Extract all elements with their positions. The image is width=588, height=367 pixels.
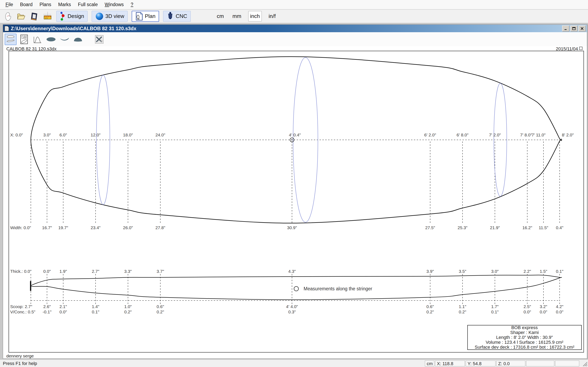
status-empty: [555, 360, 579, 366]
maximize-button[interactable]: [570, 25, 578, 32]
plan-view-canvas[interactable]: X: 0.0"3.0"6.0"12.0"18.0"24.0"4' 0.4"6' …: [9, 51, 584, 352]
measurement-label: 24.0": [155, 133, 165, 137]
view-strip-toolbar: [3, 33, 587, 46]
close-button[interactable]: [579, 25, 586, 32]
date-checkbox[interactable]: [579, 47, 582, 50]
unit-inch[interactable]: inch: [248, 11, 262, 21]
measurement-label: 0.1": [92, 309, 99, 314]
stringer-radio: [294, 286, 298, 291]
window-title: Z:\Users\dennery\Downloads\CALBOB 82 31 …: [11, 26, 136, 31]
menu-item[interactable]: Board: [17, 2, 36, 7]
status-unit: cm: [425, 360, 434, 366]
measurement-label: 0.0": [540, 309, 547, 314]
measurement-label: X: 0.0": [10, 133, 23, 137]
measurement-label: 26.0": [123, 225, 133, 230]
document-icon: [4, 26, 9, 31]
measurement-sheet-icon[interactable]: [18, 34, 30, 45]
filled-slice-icon[interactable]: [72, 34, 84, 45]
filled-outline-icon[interactable]: [45, 34, 57, 45]
save-icon[interactable]: [30, 11, 39, 21]
menu-item[interactable]: File: [2, 2, 17, 7]
hand-icon[interactable]: [4, 11, 13, 21]
filled-rocker-icon[interactable]: [59, 34, 70, 45]
measurement-label: 1.4": [92, 304, 99, 309]
menu-item[interactable]: Plans: [36, 2, 55, 7]
measurement-label: Thick.: 0.0": [10, 269, 31, 274]
measurement-label: 21.9": [490, 225, 500, 230]
measurement-label: 7' 2.0": [489, 133, 501, 137]
status-y: Y: 54.8: [466, 360, 495, 366]
measurement-label: 0.6": [156, 304, 164, 309]
menu-item[interactable]: Marks: [55, 2, 75, 7]
measurement-label: 2.1": [60, 304, 67, 309]
3d-view-button[interactable]: 3D view: [92, 11, 128, 22]
measurement-label: 19.7": [58, 225, 68, 230]
measurement-label: 0.2": [156, 309, 164, 314]
ruler-icon[interactable]: 1 0: [43, 11, 52, 21]
measurement-label: 30.9": [287, 225, 297, 230]
measurement-label: 3.0": [491, 269, 499, 274]
measurement-label: 3.9": [426, 269, 434, 274]
application: File Board Plans Marks Full scale Window…: [0, 0, 588, 367]
measurement-label: 4.3": [288, 269, 296, 274]
measurement-label: 1.0": [124, 304, 132, 309]
measurement-label: -0.1": [43, 309, 52, 314]
measurement-label: 7' 11.0": [532, 133, 545, 137]
unit-cm[interactable]: cm: [215, 12, 226, 21]
user-signature: dennery serge: [6, 354, 34, 359]
measurement-label: 6' 2.0": [424, 133, 436, 137]
minimize-button[interactable]: [562, 25, 570, 32]
measurement-label: 0.0": [523, 309, 531, 314]
measurement-label: 0.2": [426, 309, 434, 314]
resize-grip[interactable]: [581, 360, 588, 367]
measurement-label: 1.9": [60, 269, 67, 274]
measurement-label: 1.5": [540, 269, 547, 274]
measurement-label: 0.4": [556, 225, 563, 230]
document-window: Z:\Users\dennery\Downloads\CALBOB 82 31 …: [3, 24, 587, 359]
measurement-label: 0.2": [459, 309, 466, 314]
measurement-label: 0.1": [491, 309, 499, 314]
unit-toggle-group: cm mm inch in/f: [215, 11, 277, 21]
measurement-label: 2.2": [523, 269, 531, 274]
status-bar: Press F1 for help cm X: 118.8 Y: 54.8 Z:…: [0, 359, 588, 367]
measurement-label: 16.7": [42, 225, 52, 230]
menu-bar: File Board Plans Marks Full scale Window…: [0, 0, 588, 9]
profile-outline: [31, 275, 562, 300]
cnc-mill-icon: [167, 12, 174, 21]
measurement-label: 0.0": [43, 269, 51, 274]
measurement-label: 27.8": [155, 225, 165, 230]
slice-curve-icon[interactable]: [32, 34, 43, 45]
cnc-button[interactable]: CNC: [163, 11, 190, 22]
menu-item[interactable]: Windows: [101, 2, 127, 7]
measurement-label: 11.5": [539, 225, 548, 230]
measurement-label: 2.6": [43, 304, 51, 309]
excel-export-icon[interactable]: [93, 34, 105, 45]
measurement-label: 0.0": [556, 309, 563, 314]
status-x: X: 118.8: [435, 360, 465, 366]
open-folder-icon[interactable]: [17, 11, 26, 21]
unit-mm[interactable]: mm: [231, 12, 243, 21]
measurement-label: 27.5": [425, 225, 435, 230]
measurement-label: 12.0": [91, 133, 100, 137]
info-shaper: Shaper : Kami: [510, 330, 539, 335]
sphere-icon: [95, 12, 104, 21]
menu-item[interactable]: Full scale: [75, 2, 101, 7]
measurement-label: V/Conc.: 0.5": [10, 309, 35, 314]
unit-inf[interactable]: in/f: [267, 12, 277, 21]
info-surface-dev: Surface dev deck : 17316.8 cm² bot : 167…: [475, 345, 574, 350]
measurement-label: 3.3": [124, 269, 132, 274]
board-outline: [31, 57, 562, 223]
measurement-label: 0.1": [556, 269, 563, 274]
outline-profile-view-icon[interactable]: [5, 34, 17, 45]
svg-text:1 0: 1 0: [45, 17, 48, 19]
measurement-label: 4' 4.0": [286, 304, 298, 309]
menu-item[interactable]: ?: [127, 2, 137, 7]
3d-view-button-label: 3D view: [105, 13, 124, 19]
plan-button[interactable]: Plan: [132, 11, 159, 22]
measurement-label: 2.5": [523, 304, 531, 309]
window-titlebar[interactable]: Z:\Users\dennery\Downloads\CALBOB 82 31 …: [3, 25, 587, 32]
status-z: Z: 0.0: [496, 360, 525, 366]
measurement-label: 0.0": [60, 309, 67, 314]
info-volume-surface: Volume : 123.4 l Surface : 16125.9 cm²: [486, 340, 563, 345]
design-button[interactable]: Design: [56, 11, 87, 22]
